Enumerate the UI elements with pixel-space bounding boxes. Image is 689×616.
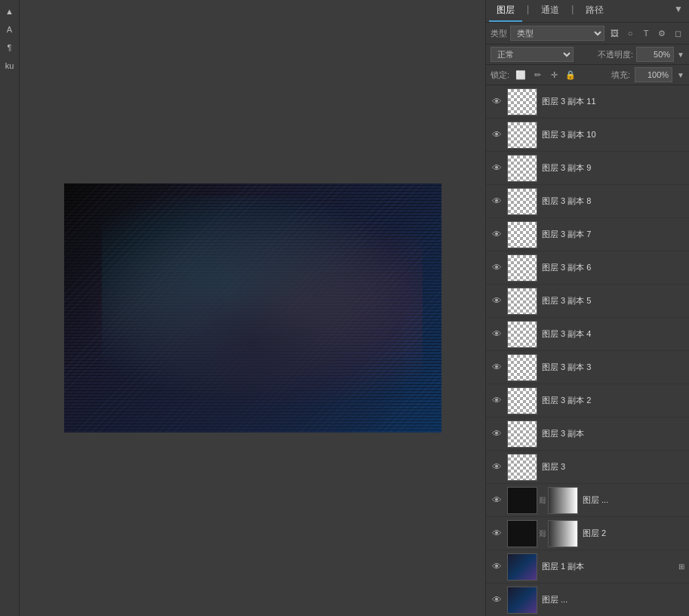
- tool-move[interactable]: ▲: [2, 3, 18, 20]
- panel-tabs: 图层 | 通道 | 路径 ▼: [486, 0, 689, 23]
- tab-separator-2: |: [567, 0, 578, 22]
- tool-para[interactable]: ¶: [2, 39, 18, 56]
- layer-visibility-icon[interactable]: 👁: [491, 129, 503, 141]
- canvas-area: [20, 0, 485, 616]
- layer-visibility-icon[interactable]: 👁: [491, 461, 503, 473]
- layer-visibility-icon[interactable]: 👁: [491, 494, 503, 507]
- lock-pixels-icon[interactable]: ⬜: [514, 68, 528, 82]
- layer-row[interactable]: 👁图层 3 副本 11: [486, 85, 689, 119]
- layer-thumb: [507, 553, 537, 581]
- layer-name: 图层 3: [542, 461, 684, 473]
- layer-row[interactable]: 👁⛓图层 ...: [486, 484, 689, 517]
- layer-row[interactable]: 👁图层 3 副本 7: [486, 218, 689, 251]
- opacity-label: 不透明度:: [598, 49, 633, 60]
- layer-thumb: [507, 221, 537, 248]
- right-panel: 图层 | 通道 | 路径 ▼ 类型 类型 🖼 ○ T ⚙ ◻ 正常 不透明度: …: [485, 0, 689, 616]
- layer-visibility-icon[interactable]: 👁: [491, 594, 503, 606]
- layer-name: 图层 3 副本 10: [542, 129, 684, 140]
- filter-text-icon[interactable]: T: [639, 26, 653, 40]
- lock-row: 锁定: ⬜ ✏ ✛ 🔒 填充: ▼: [486, 65, 689, 85]
- layer-visibility-icon[interactable]: 👁: [491, 229, 503, 241]
- layer-name: 图层 3 副本 2: [542, 395, 684, 406]
- layer-thumb: [507, 387, 537, 414]
- layer-visibility-icon[interactable]: 👁: [491, 362, 503, 374]
- layer-visibility-icon[interactable]: 👁: [491, 96, 503, 108]
- layer-name: 图层 3 副本 8: [542, 196, 684, 207]
- layer-double-thumb: ⛓: [507, 487, 578, 514]
- layer-thumb: [507, 454, 537, 481]
- tool-text[interactable]: A: [2, 21, 18, 38]
- fill-label: 填充:: [611, 69, 630, 81]
- opacity-input[interactable]: [636, 47, 674, 62]
- tab-layers[interactable]: 图层: [489, 0, 522, 22]
- layer-visibility-icon[interactable]: 👁: [491, 328, 503, 340]
- lock-brush-icon[interactable]: ✏: [531, 68, 544, 82]
- opacity-arrow[interactable]: ▼: [677, 51, 684, 59]
- filter-pixel-icon[interactable]: 🖼: [607, 26, 621, 40]
- layer-visibility-icon[interactable]: 👁: [491, 162, 503, 174]
- layer-thumb: [507, 254, 537, 282]
- layer-row[interactable]: 👁图层 3 副本 5: [486, 285, 689, 318]
- layer-thumb: [507, 188, 537, 215]
- layer-row[interactable]: 👁图层 3 副本: [486, 417, 689, 451]
- layer-thumb-mask: [548, 520, 578, 547]
- layer-row[interactable]: 👁⛓图层 2: [486, 517, 689, 550]
- layer-row[interactable]: 👁图层 3 副本 8: [486, 185, 689, 218]
- tab-paths[interactable]: 路径: [578, 0, 611, 22]
- layer-thumb-main: [507, 487, 537, 514]
- layer-row[interactable]: 👁图层 3 副本 10: [486, 119, 689, 152]
- layer-thumb: [507, 321, 537, 348]
- layer-thumb-main: [507, 520, 537, 547]
- layer-visibility-icon[interactable]: 👁: [491, 428, 503, 440]
- fill-arrow[interactable]: ▼: [677, 71, 684, 79]
- layer-row[interactable]: 👁图层 1 副本⊞: [486, 550, 689, 584]
- filter-shape-icon[interactable]: ⚙: [655, 26, 669, 40]
- layer-name: 图层 ...: [583, 494, 684, 506]
- layer-name: 图层 ...: [542, 594, 684, 605]
- layer-row[interactable]: 👁图层 3 副本 4: [486, 318, 689, 351]
- tab-separator-1: |: [522, 0, 534, 22]
- layer-row[interactable]: 👁图层 3 副本 2: [486, 384, 689, 417]
- tab-channels[interactable]: 通道: [534, 0, 567, 22]
- panel-menu-dropdown[interactable]: ▼: [671, 0, 686, 22]
- layer-row[interactable]: 👁图层 3: [486, 451, 689, 484]
- layer-chain-icon: ⛓: [539, 528, 546, 540]
- layer-row[interactable]: 👁图层 ...: [486, 584, 689, 616]
- filter-smart-icon[interactable]: ◻: [671, 26, 684, 40]
- glitch-canvas: [64, 183, 441, 433]
- filter-adjust-icon[interactable]: ○: [623, 26, 637, 40]
- filter-type-select[interactable]: 类型: [510, 26, 604, 41]
- layer-double-thumb: ⛓: [507, 520, 578, 547]
- layer-row[interactable]: 👁图层 3 副本 3: [486, 351, 689, 384]
- layer-badge-icon: ⊞: [678, 562, 684, 571]
- tool-ku[interactable]: ku: [2, 57, 18, 74]
- tool-sidebar: ▲ A ¶ ku: [0, 0, 20, 616]
- layer-name: 图层 3 副本 9: [542, 162, 684, 174]
- layer-visibility-icon[interactable]: 👁: [491, 561, 503, 573]
- layer-thumb: [507, 420, 537, 448]
- layer-name: 图层 3 副本 5: [542, 295, 684, 306]
- lock-all-icon[interactable]: 🔒: [564, 68, 577, 82]
- canvas-image: [64, 183, 441, 433]
- blend-mode-select[interactable]: 正常: [491, 47, 574, 62]
- layer-chain-icon: ⛓: [539, 494, 546, 507]
- layer-visibility-icon[interactable]: 👁: [491, 295, 503, 307]
- filter-row: 类型 类型 🖼 ○ T ⚙ ◻: [486, 23, 689, 45]
- layer-visibility-icon[interactable]: 👁: [491, 196, 503, 208]
- filter-label: 类型: [491, 28, 507, 39]
- fill-input[interactable]: [635, 67, 672, 82]
- layers-list: 👁图层 3 副本 11👁图层 3 副本 10👁图层 3 副本 9👁图层 3 副本…: [486, 85, 689, 616]
- layer-visibility-icon[interactable]: 👁: [491, 395, 503, 407]
- layer-thumb-mask: [548, 487, 578, 514]
- layer-row[interactable]: 👁图层 3 副本 9: [486, 152, 689, 185]
- layer-thumb: [507, 155, 537, 182]
- layer-row[interactable]: 👁图层 3 副本 6: [486, 251, 689, 285]
- lock-position-icon[interactable]: ✛: [547, 68, 561, 82]
- layer-visibility-icon[interactable]: 👁: [491, 528, 503, 540]
- layer-visibility-icon[interactable]: 👁: [491, 262, 503, 274]
- layer-name: 图层 3 副本 3: [542, 362, 684, 373]
- layer-name: 图层 3 副本 4: [542, 328, 684, 340]
- layer-thumb: [507, 88, 537, 116]
- layer-name: 图层 1 副本: [542, 561, 674, 572]
- blend-row: 正常 不透明度: ▼: [486, 45, 689, 65]
